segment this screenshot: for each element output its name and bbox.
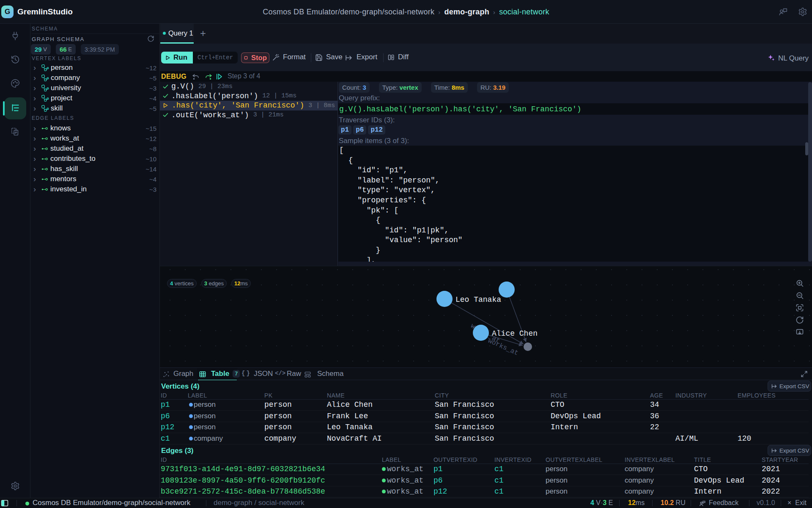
- svg-text:works_at: works_at: [487, 337, 519, 357]
- svg-text:Leo Tanaka: Leo Tanaka: [455, 295, 501, 304]
- svg-text:Alice Chen: Alice Chen: [492, 329, 538, 338]
